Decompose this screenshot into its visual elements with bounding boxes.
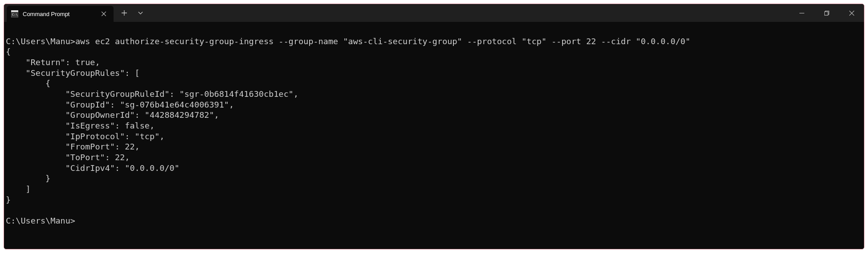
- window-controls: [789, 4, 864, 22]
- close-window-button[interactable]: [839, 4, 864, 22]
- tab-actions: [116, 4, 148, 22]
- tab-dropdown-button[interactable]: [132, 5, 148, 21]
- svg-rect-9: [824, 12, 828, 15]
- minimize-button[interactable]: [789, 4, 814, 22]
- active-tab[interactable]: C:\ Command Prompt: [7, 6, 114, 22]
- terminal-line: }: [6, 174, 50, 183]
- tab-close-button[interactable]: [99, 9, 108, 18]
- titlebar: C:\ Command Prompt: [4, 4, 864, 22]
- command-text: aws ec2 authorize-security-group-ingress…: [75, 37, 690, 46]
- tab-title: Command Prompt: [23, 11, 95, 17]
- terminal-line: ]: [6, 184, 31, 194]
- new-tab-button[interactable]: [116, 5, 132, 21]
- prompt: C:\Users\Manu>: [6, 37, 75, 46]
- terminal-line: {: [6, 47, 11, 56]
- terminal-line: "IsEgress": false,: [6, 121, 155, 130]
- titlebar-drag-area[interactable]: [148, 4, 789, 22]
- terminal-line: "FromPort": 22,: [6, 142, 140, 151]
- terminal-line: "SecurityGroupRuleId": "sgr-0b6814f41630…: [6, 89, 298, 99]
- terminal-line: "IpProtocol": "tcp",: [6, 132, 164, 141]
- terminal-window: C:\ Command Prompt: [4, 4, 864, 249]
- terminal-line: "Return": true,: [6, 58, 100, 67]
- terminal-line: }: [6, 195, 11, 204]
- terminal-line: "GroupOwnerId": "442884294782",: [6, 110, 219, 120]
- prompt: C:\Users\Manu>: [6, 216, 75, 225]
- terminal-line: "GroupId": "sg-076b41e64c4006391",: [6, 100, 234, 109]
- terminal-line: "CidrIpv4": "0.0.0.0/0": [6, 163, 179, 173]
- terminal-line: {: [6, 79, 50, 88]
- svg-rect-1: [11, 10, 18, 12]
- maximize-button[interactable]: [814, 4, 839, 22]
- svg-text:C:\: C:\: [12, 13, 18, 17]
- terminal-line: C:\Users\Manu>: [6, 216, 75, 225]
- cmd-icon: C:\: [11, 10, 18, 17]
- terminal-line: "SecurityGroupRules": [: [6, 68, 140, 78]
- terminal-content[interactable]: C:\Users\Manu>aws ec2 authorize-security…: [4, 22, 864, 249]
- terminal-line: "ToPort": 22,: [6, 153, 130, 162]
- terminal-line: C:\Users\Manu>aws ec2 authorize-security…: [6, 37, 690, 46]
